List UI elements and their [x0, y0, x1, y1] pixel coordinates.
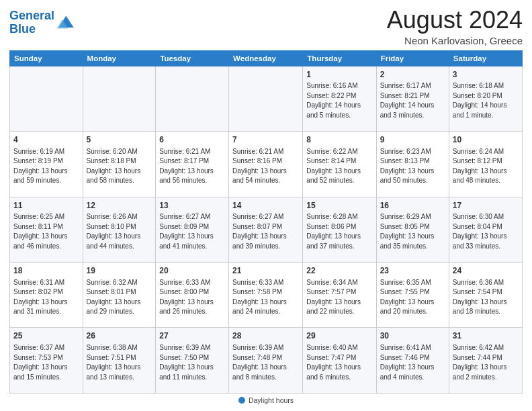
- day-number: 22: [306, 265, 372, 277]
- day-info: Sunrise: 6:30 AM Sunset: 8:04 PM Dayligh…: [453, 212, 519, 251]
- col-saturday: Saturday: [449, 50, 522, 66]
- day-info: Sunrise: 6:18 AM Sunset: 8:20 PM Dayligh…: [453, 81, 519, 120]
- day-info: Sunrise: 6:41 AM Sunset: 7:46 PM Dayligh…: [380, 343, 445, 382]
- table-row: 12Sunrise: 6:26 AM Sunset: 8:10 PM Dayli…: [83, 197, 156, 262]
- table-row: 30Sunrise: 6:41 AM Sunset: 7:46 PM Dayli…: [376, 328, 449, 394]
- table-row: 19Sunrise: 6:32 AM Sunset: 8:01 PM Dayli…: [83, 263, 156, 328]
- table-row: [156, 66, 229, 131]
- table-row: 24Sunrise: 6:36 AM Sunset: 7:54 PM Dayli…: [449, 263, 522, 328]
- table-row: 25Sunrise: 6:37 AM Sunset: 7:53 PM Dayli…: [10, 328, 83, 394]
- day-info: Sunrise: 6:37 AM Sunset: 7:53 PM Dayligh…: [13, 343, 79, 382]
- table-row: 5Sunrise: 6:20 AM Sunset: 8:18 PM Daylig…: [83, 132, 156, 197]
- day-info: Sunrise: 6:25 AM Sunset: 8:11 PM Dayligh…: [13, 212, 79, 251]
- table-row: 6Sunrise: 6:21 AM Sunset: 8:17 PM Daylig…: [156, 132, 229, 197]
- day-number: 12: [87, 200, 152, 212]
- table-row: 1Sunrise: 6:16 AM Sunset: 8:22 PM Daylig…: [303, 66, 376, 131]
- logo-icon: [56, 13, 75, 32]
- day-number: 2: [380, 69, 445, 81]
- day-number: 13: [159, 200, 225, 212]
- location: Neon Karlovasion, Greece: [387, 35, 523, 46]
- day-number: 28: [232, 330, 299, 342]
- table-row: 31Sunrise: 6:42 AM Sunset: 7:44 PM Dayli…: [449, 328, 522, 394]
- day-info: Sunrise: 6:26 AM Sunset: 8:10 PM Dayligh…: [87, 212, 152, 251]
- day-number: 9: [380, 134, 445, 146]
- table-row: 9Sunrise: 6:23 AM Sunset: 8:13 PM Daylig…: [376, 132, 449, 197]
- footer-dot: [238, 397, 245, 404]
- day-info: Sunrise: 6:42 AM Sunset: 7:44 PM Dayligh…: [453, 343, 519, 382]
- table-row: 13Sunrise: 6:27 AM Sunset: 8:09 PM Dayli…: [156, 197, 229, 262]
- col-tuesday: Tuesday: [156, 50, 229, 66]
- day-number: 26: [87, 330, 152, 342]
- table-row: 2Sunrise: 6:17 AM Sunset: 8:21 PM Daylig…: [376, 66, 449, 131]
- day-info: Sunrise: 6:32 AM Sunset: 8:01 PM Dayligh…: [87, 278, 152, 317]
- table-row: 11Sunrise: 6:25 AM Sunset: 8:11 PM Dayli…: [10, 197, 83, 262]
- day-number: 20: [159, 265, 225, 277]
- col-thursday: Thursday: [303, 50, 376, 66]
- calendar-week-1: 4Sunrise: 6:19 AM Sunset: 8:19 PM Daylig…: [10, 132, 523, 197]
- table-row: 21Sunrise: 6:33 AM Sunset: 7:58 PM Dayli…: [229, 263, 303, 328]
- table-row: 28Sunrise: 6:39 AM Sunset: 7:48 PM Dayli…: [229, 328, 303, 394]
- col-friday: Friday: [376, 50, 449, 66]
- day-info: Sunrise: 6:22 AM Sunset: 8:14 PM Dayligh…: [306, 147, 372, 186]
- day-info: Sunrise: 6:23 AM Sunset: 8:13 PM Dayligh…: [380, 147, 445, 186]
- day-info: Sunrise: 6:28 AM Sunset: 8:06 PM Dayligh…: [306, 212, 372, 251]
- day-number: 14: [232, 200, 299, 212]
- col-wednesday: Wednesday: [229, 50, 303, 66]
- day-number: 11: [13, 200, 79, 212]
- day-number: 27: [159, 330, 225, 342]
- table-row: 17Sunrise: 6:30 AM Sunset: 8:04 PM Dayli…: [449, 197, 522, 262]
- day-number: 16: [380, 200, 445, 212]
- day-info: Sunrise: 6:27 AM Sunset: 8:09 PM Dayligh…: [159, 212, 225, 251]
- day-number: 3: [453, 69, 519, 81]
- day-number: 6: [159, 134, 225, 146]
- day-info: Sunrise: 6:27 AM Sunset: 8:07 PM Dayligh…: [232, 212, 299, 251]
- day-info: Sunrise: 6:16 AM Sunset: 8:22 PM Dayligh…: [306, 81, 372, 120]
- day-number: 5: [87, 134, 152, 146]
- col-monday: Monday: [83, 50, 156, 66]
- table-row: 29Sunrise: 6:40 AM Sunset: 7:47 PM Dayli…: [303, 328, 376, 394]
- day-info: Sunrise: 6:36 AM Sunset: 7:54 PM Dayligh…: [453, 278, 519, 317]
- table-row: 18Sunrise: 6:31 AM Sunset: 8:02 PM Dayli…: [10, 263, 83, 328]
- day-number: 30: [380, 330, 445, 342]
- day-number: 24: [453, 265, 519, 277]
- title-block: August 2024 Neon Karlovasion, Greece: [387, 7, 523, 46]
- day-info: Sunrise: 6:21 AM Sunset: 8:16 PM Dayligh…: [232, 147, 299, 186]
- table-row: 4Sunrise: 6:19 AM Sunset: 8:19 PM Daylig…: [10, 132, 83, 197]
- calendar-week-3: 18Sunrise: 6:31 AM Sunset: 8:02 PM Dayli…: [10, 263, 523, 328]
- table-row: 10Sunrise: 6:24 AM Sunset: 8:12 PM Dayli…: [449, 132, 522, 197]
- calendar-body: 1Sunrise: 6:16 AM Sunset: 8:22 PM Daylig…: [10, 66, 523, 393]
- table-row: 7Sunrise: 6:21 AM Sunset: 8:16 PM Daylig…: [229, 132, 303, 197]
- table-row: [10, 66, 83, 131]
- day-info: Sunrise: 6:38 AM Sunset: 7:51 PM Dayligh…: [87, 343, 152, 382]
- table-row: 26Sunrise: 6:38 AM Sunset: 7:51 PM Dayli…: [83, 328, 156, 394]
- day-number: 17: [453, 200, 519, 212]
- col-sunday: Sunday: [10, 50, 83, 66]
- footer-label: Daylight hours: [249, 396, 294, 404]
- day-number: 8: [306, 134, 372, 146]
- table-row: 14Sunrise: 6:27 AM Sunset: 8:07 PM Dayli…: [229, 197, 303, 262]
- day-info: Sunrise: 6:39 AM Sunset: 7:48 PM Dayligh…: [232, 343, 299, 382]
- table-row: 20Sunrise: 6:33 AM Sunset: 8:00 PM Dayli…: [156, 263, 229, 328]
- day-info: Sunrise: 6:40 AM Sunset: 7:47 PM Dayligh…: [306, 343, 372, 382]
- calendar-week-0: 1Sunrise: 6:16 AM Sunset: 8:22 PM Daylig…: [10, 66, 523, 131]
- day-number: 29: [306, 330, 372, 342]
- day-info: Sunrise: 6:20 AM Sunset: 8:18 PM Dayligh…: [87, 147, 152, 186]
- calendar-week-2: 11Sunrise: 6:25 AM Sunset: 8:11 PM Dayli…: [10, 197, 523, 262]
- calendar-week-4: 25Sunrise: 6:37 AM Sunset: 7:53 PM Dayli…: [10, 328, 523, 394]
- day-info: Sunrise: 6:31 AM Sunset: 8:02 PM Dayligh…: [13, 278, 79, 317]
- day-number: 18: [13, 265, 79, 277]
- day-info: Sunrise: 6:17 AM Sunset: 8:21 PM Dayligh…: [380, 81, 445, 120]
- day-number: 23: [380, 265, 445, 277]
- day-info: Sunrise: 6:35 AM Sunset: 7:55 PM Dayligh…: [380, 278, 445, 317]
- month-year: August 2024: [387, 7, 523, 34]
- table-row: 15Sunrise: 6:28 AM Sunset: 8:06 PM Dayli…: [303, 197, 376, 262]
- day-number: 7: [232, 134, 299, 146]
- day-number: 21: [232, 265, 299, 277]
- table-row: [83, 66, 156, 131]
- table-row: 27Sunrise: 6:39 AM Sunset: 7:50 PM Dayli…: [156, 328, 229, 394]
- day-info: Sunrise: 6:34 AM Sunset: 7:57 PM Dayligh…: [306, 278, 372, 317]
- footer: Daylight hours: [9, 396, 523, 404]
- day-number: 31: [453, 330, 519, 342]
- header: General Blue August 2024 Neon Karlovasio…: [9, 7, 523, 46]
- logo-general: General: [9, 9, 54, 22]
